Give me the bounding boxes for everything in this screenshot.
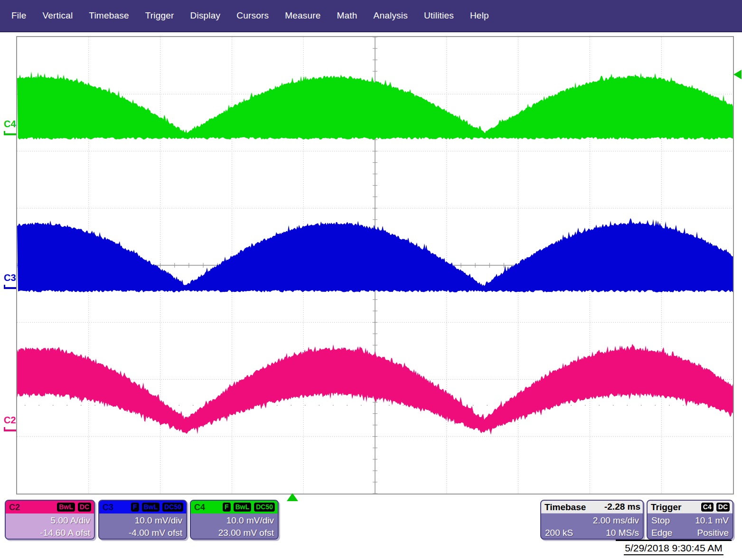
channel-descriptor-c2-body: 5.00 A/div -14.60 A ofst bbox=[6, 513, 94, 540]
menu-item-cursors[interactable]: Cursors bbox=[236, 10, 269, 21]
channel-descriptor-c2-header: C2 BwL DC bbox=[6, 501, 94, 513]
channel-marker-c4-label: C4 bbox=[4, 119, 16, 129]
menu-bar: File Vertical Timebase Trigger Display C… bbox=[0, 0, 742, 32]
trigger-descriptor[interactable]: Trigger C4 DC Stop 10.1 mV Edge Positive bbox=[647, 500, 733, 540]
menu-item-analysis[interactable]: Analysis bbox=[374, 10, 408, 21]
channel-marker-c4[interactable]: C4 bbox=[4, 119, 17, 135]
channel-badges: F BwL DC50 bbox=[131, 502, 184, 512]
channel-descriptor-c3-header: C3 F BwL DC50 bbox=[99, 501, 186, 513]
channel-marker-c2[interactable]: C2 bbox=[4, 415, 17, 431]
badge-trigger-source: C4 bbox=[701, 502, 714, 512]
timebase-descriptor[interactable]: Timebase -2.28 ms 2.00 ms/div 200 kS 10 … bbox=[540, 500, 644, 540]
trigger-level: 10.1 mV bbox=[695, 514, 729, 527]
trigger-level-arrow-icon[interactable] bbox=[733, 70, 742, 79]
trigger-badges: C4 DC bbox=[701, 502, 730, 512]
trigger-body: Stop 10.1 mV Edge Positive bbox=[648, 513, 733, 540]
channel-badges: F BwL DC50 bbox=[222, 502, 275, 512]
menu-item-file[interactable]: File bbox=[11, 10, 26, 21]
trigger-slope: Positive bbox=[697, 527, 729, 539]
channel-marker-c3-label: C3 bbox=[4, 272, 16, 283]
menu-item-display[interactable]: Display bbox=[190, 10, 221, 21]
channel-name: C3 bbox=[103, 503, 113, 512]
channel-offset: -4.00 mV ofst bbox=[103, 527, 182, 539]
badge-f: F bbox=[131, 502, 140, 512]
trigger-position-arrow-icon[interactable] bbox=[287, 493, 298, 501]
menu-item-help[interactable]: Help bbox=[470, 10, 489, 21]
badge-bwl: BwL bbox=[141, 502, 160, 512]
channel-marker-c3[interactable]: C3 bbox=[4, 272, 17, 289]
menu-item-vertical[interactable]: Vertical bbox=[42, 10, 73, 21]
badge-dc50: DC50 bbox=[162, 502, 184, 512]
timebase-rate: 10 MS/s bbox=[606, 527, 639, 539]
scope-grid bbox=[17, 37, 733, 494]
waveform-display[interactable] bbox=[16, 36, 734, 495]
channel-scale: 10.0 mV/div bbox=[195, 514, 274, 527]
menu-item-utilities[interactable]: Utilities bbox=[424, 10, 454, 21]
channel-zero-indicator-c3 bbox=[4, 287, 16, 289]
timebase-scale: 2.00 ms/div bbox=[545, 514, 639, 527]
menu-item-math[interactable]: Math bbox=[337, 10, 357, 21]
badge-bwl: BwL bbox=[233, 502, 252, 512]
badge-bwl: BwL bbox=[56, 502, 75, 512]
trigger-type: Edge bbox=[651, 527, 672, 539]
channel-offset: -14.60 A ofst bbox=[9, 527, 90, 539]
channel-badges: BwL DC bbox=[56, 502, 92, 512]
channel-name: C2 bbox=[9, 503, 20, 512]
channel-zero-indicator-c4 bbox=[4, 133, 16, 135]
channel-descriptor-c2[interactable]: C2 BwL DC 5.00 A/div -14.60 A ofst bbox=[5, 500, 95, 540]
channel-descriptor-c4-header: C4 F BwL DC50 bbox=[191, 501, 278, 513]
trigger-title: Trigger bbox=[651, 503, 681, 512]
channel-descriptor-c4-body: 10.0 mV/div 23.00 mV ofst bbox=[191, 513, 278, 540]
menu-item-measure[interactable]: Measure bbox=[285, 10, 320, 21]
datetime-text: 5/29/2018 9:30:45 AM bbox=[624, 542, 723, 555]
timebase-body: 2.00 ms/div 200 kS 10 MS/s bbox=[541, 513, 643, 540]
channel-offset: 23.00 mV ofst bbox=[195, 527, 274, 539]
badge-dc50: DC50 bbox=[254, 502, 275, 512]
menu-item-trigger[interactable]: Trigger bbox=[145, 10, 174, 21]
channel-descriptor-c4[interactable]: C4 F BwL DC50 10.0 mV/div 23.00 mV ofst bbox=[190, 500, 279, 540]
channel-descriptor-c3-body: 10.0 mV/div -4.00 mV ofst bbox=[99, 513, 186, 540]
oscilloscope-screen: { "theme": { "menubar_bg": "#3d3577", "b… bbox=[0, 0, 742, 560]
timebase-samples: 200 kS bbox=[545, 527, 573, 539]
trigger-header: Trigger C4 DC bbox=[648, 501, 733, 513]
badge-trigger-coupling: DC bbox=[716, 502, 730, 512]
datetime-display: 5/29/2018 9:30:45 AM bbox=[616, 540, 732, 555]
trace-c3 bbox=[17, 218, 733, 292]
timebase-delay: -2.28 ms bbox=[604, 502, 640, 512]
channel-name: C4 bbox=[194, 503, 205, 512]
badge-dc: DC bbox=[77, 502, 92, 512]
trigger-mode: Stop bbox=[651, 514, 670, 527]
timebase-header: Timebase -2.28 ms bbox=[541, 501, 643, 513]
channel-descriptor-c3[interactable]: C3 F BwL DC50 10.0 mV/div -4.00 mV ofst bbox=[98, 500, 187, 540]
channel-marker-c2-label: C2 bbox=[4, 415, 16, 425]
channel-scale: 5.00 A/div bbox=[9, 514, 90, 527]
channel-zero-indicator-c2 bbox=[4, 429, 16, 431]
badge-f: F bbox=[222, 502, 231, 512]
timebase-title: Timebase bbox=[545, 503, 586, 512]
menu-item-timebase[interactable]: Timebase bbox=[89, 10, 129, 21]
channel-scale: 10.0 mV/div bbox=[103, 514, 182, 527]
